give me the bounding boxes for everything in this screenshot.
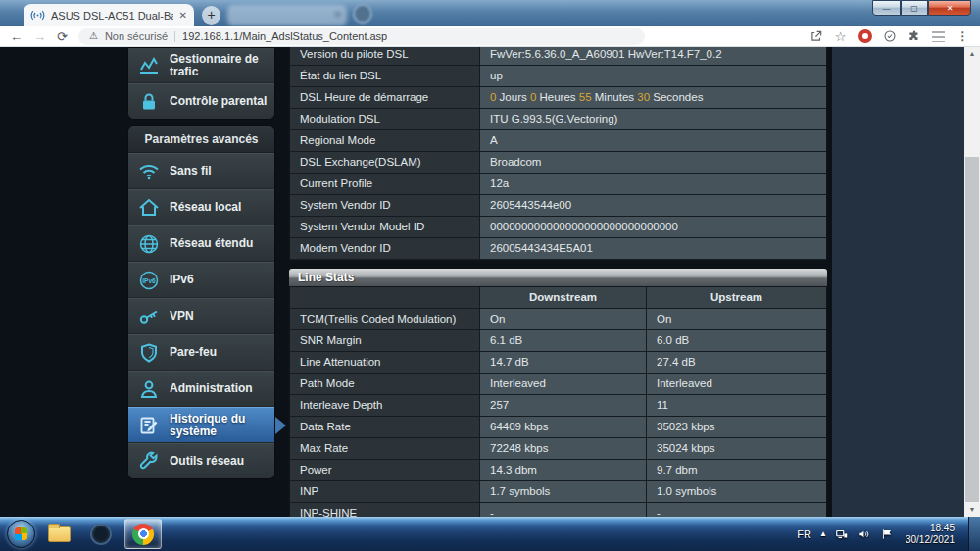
shield-extension-icon[interactable]: [882, 29, 897, 44]
stats-row-label: Power: [290, 460, 480, 481]
clock-date: 30/12/2021: [906, 534, 955, 546]
stats-upstream-value: -: [647, 503, 826, 517]
stats-upstream-value: 35024 kbps: [647, 438, 826, 460]
stats-row-label: SNR Margin: [290, 330, 480, 352]
stats-upstream-value: On: [647, 309, 826, 330]
scroll-down-button[interactable]: ▼: [964, 503, 980, 517]
table-row: System Vendor Model ID000000000000000000…: [290, 217, 826, 238]
stats-row: Power14.3 dbm9.7 dbm: [290, 460, 826, 481]
stats-downstream-value: 72248 kbps: [480, 438, 647, 460]
stats-downstream-value: 257: [480, 395, 647, 417]
adblock-extension-icon[interactable]: [858, 29, 872, 44]
uptime-number: 0: [490, 91, 496, 103]
row-label: System Vendor ID: [290, 195, 480, 217]
list-extension-icon[interactable]: [931, 29, 946, 44]
scrollbar-track[interactable]: ▲ ▼: [964, 47, 980, 517]
maximize-button[interactable]: ▢: [901, 0, 928, 16]
sidebar-item-outils-reseau[interactable]: Outils réseau: [128, 443, 274, 478]
start-button[interactable]: [7, 520, 35, 548]
row-label: System Vendor Model ID: [290, 217, 480, 238]
back-button[interactable]: ←: [10, 30, 23, 43]
table-row: Modulation DSLITU G.993.5(G.Vectoring): [290, 109, 826, 130]
admin-person-icon: [137, 377, 161, 401]
stats-row-label: Path Mode: [290, 374, 480, 395]
sidebar-item-reseau-etendu[interactable]: Réseau étendu: [128, 225, 274, 262]
stats-downstream-value: 14.3 dbm: [480, 460, 647, 481]
stats-upstream-value: 35023 kbps: [647, 417, 826, 438]
row-label: Modulation DSL: [290, 109, 480, 130]
forward-button[interactable]: →: [33, 30, 46, 43]
network-icon[interactable]: [835, 526, 850, 541]
stats-row: Max Rate72248 kbps35024 kbps: [290, 438, 826, 460]
scrollbar-thumb[interactable]: [965, 157, 979, 502]
stats-header-row: Downstream Upstream: [290, 287, 826, 309]
hidden-icons-button[interactable]: ▲: [819, 529, 827, 538]
chrome-icon: [132, 524, 154, 545]
sidebar-item-controle-parental[interactable]: Contrôle parental: [128, 83, 274, 119]
sidebar-general-box: Gestionnaire de traficContrôle parental: [127, 47, 275, 120]
stats-row-label: Interleave Depth: [290, 395, 480, 417]
clock[interactable]: 18:45 30/12/2021: [906, 523, 955, 546]
sidebar-item-reseau-local[interactable]: Réseau local: [128, 189, 274, 225]
stats-header-downstream: Downstream: [480, 287, 647, 309]
address-bar[interactable]: ⚠ Non sécurisé 192.168.1.1/Main_AdslStat…: [78, 28, 645, 45]
stats-row: SNR Margin6.1 dB6.0 dB: [290, 330, 826, 352]
row-label: DSL Heure de démarrage: [290, 87, 480, 109]
share-icon[interactable]: [808, 29, 823, 44]
vpn-key-icon: [137, 305, 161, 328]
browser-tab-active[interactable]: ASUS DSL-AC51 Dual-Band Wire ✕: [24, 4, 194, 26]
stats-upstream-value: 6.0 dB: [647, 330, 826, 352]
extensions-puzzle-icon[interactable]: [906, 29, 921, 44]
taskbar-app-button[interactable]: [82, 519, 120, 549]
uptime-number: 55: [579, 91, 592, 103]
sidebar-item-sans-fil[interactable]: Sans fil: [128, 153, 274, 189]
dsl-info-table: Version du pilote DSLFwVer:5.6.36.0_A_A6…: [289, 47, 827, 261]
scroll-up-button[interactable]: ▲: [964, 47, 980, 61]
action-center-flag-icon[interactable]: [880, 526, 895, 541]
ipv6-icon: IPv6: [137, 269, 161, 292]
sidebar-item-label: Sans fil: [170, 165, 212, 177]
table-row: Version du pilote DSLFwVer:5.6.36.0_A_A6…: [290, 47, 826, 66]
sidebar-item-historique-du-systeme[interactable]: Historique du système: [128, 407, 274, 443]
table-row: Regional ModeA: [290, 130, 826, 152]
sidebar-item-label: Gestionnaire de trafic: [170, 53, 270, 78]
show-desktop-button[interactable]: [968, 517, 980, 551]
omnibox-divider: [174, 31, 175, 42]
close-button[interactable]: ✕: [928, 0, 971, 16]
stats-row-label: Max Rate: [290, 438, 480, 460]
browser-menu-icon[interactable]: ⋮: [956, 29, 970, 44]
tab-close-icon[interactable]: ✕: [334, 9, 342, 20]
language-indicator[interactable]: FR: [797, 528, 811, 540]
sidebar-item-vpn[interactable]: VPN: [128, 298, 274, 334]
volume-icon[interactable]: [858, 526, 872, 541]
stats-row: Line Attenuation14.7 dB27.4 dB: [290, 352, 826, 374]
browser-tab-blurred[interactable]: ✕: [227, 5, 347, 25]
tab-close-icon[interactable]: ✕: [179, 10, 187, 21]
sidebar-item-gestionnaire-de-trafic[interactable]: Gestionnaire de trafic: [128, 48, 274, 83]
firewall-shield-icon: [137, 341, 161, 365]
stats-row-label: TCM(Trellis Coded Modulation): [290, 309, 480, 330]
table-row: Modem Vendor ID26005443434E5A01: [290, 238, 826, 260]
dsl-status-content: Version du pilote DSLFwVer:5.6.36.0_A_A6…: [289, 47, 827, 517]
row-label: Version du pilote DSL: [290, 47, 480, 66]
system-log-icon: [137, 414, 161, 437]
sidebar-item-pare-feu[interactable]: Pare-feu: [128, 334, 274, 371]
new-tab-button[interactable]: +: [202, 6, 220, 25]
stats-downstream-value: 6.1 dB: [480, 330, 647, 352]
row-value: ITU G.993.5(G.Vectoring): [480, 109, 826, 130]
sidebar-item-administration[interactable]: Administration: [128, 371, 274, 407]
stats-upstream-value: 1.0 symbols: [647, 481, 826, 503]
row-value: 000000000000000000000000000000: [480, 217, 826, 238]
taskbar-chrome-button[interactable]: [124, 519, 162, 549]
taskbar-explorer-button[interactable]: [40, 519, 77, 549]
row-value: 0 Jours 0 Heures 55 Minutes 30 Secondes: [480, 87, 826, 109]
traffic-chart-icon: [137, 54, 161, 77]
bookmark-star-icon[interactable]: ☆: [833, 29, 848, 44]
uptime-number: 30: [637, 91, 650, 103]
reload-button[interactable]: ⟳: [57, 30, 68, 43]
blurred-avatar[interactable]: [353, 4, 372, 24]
stats-header-upstream: Upstream: [647, 287, 826, 309]
sidebar-item-ipv6[interactable]: IPv6IPv6: [128, 262, 274, 298]
minimize-button[interactable]: —: [872, 0, 901, 16]
line-stats-header: Line Stats: [289, 269, 827, 286]
